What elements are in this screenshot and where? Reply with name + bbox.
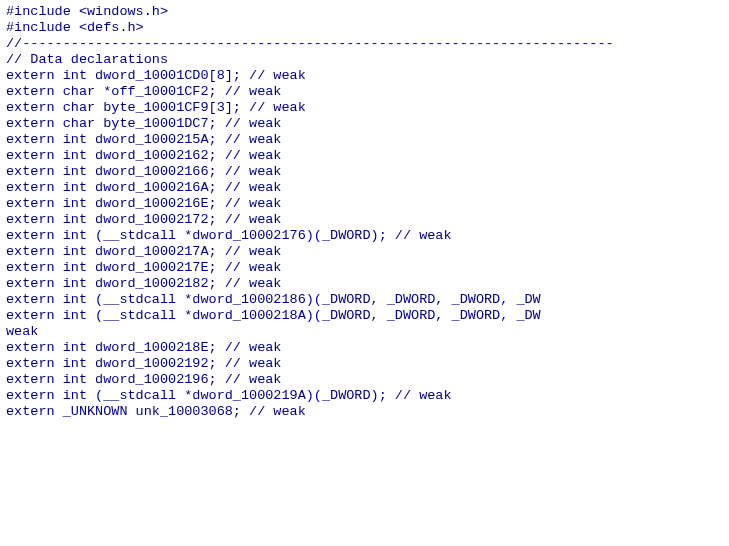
code-line: extern int (__stdcall *dword_1000219A)(_… — [6, 388, 723, 404]
code-line: extern _UNKNOWN unk_10003068; // weak — [6, 404, 723, 420]
code-line: extern int (__stdcall *dword_1000218A)(_… — [6, 308, 723, 324]
code-line: //--------------------------------------… — [6, 36, 723, 52]
code-line: extern int dword_1000215A; // weak — [6, 132, 723, 148]
code-line: extern int dword_10002166; // weak — [6, 164, 723, 180]
code-line: extern int dword_10002192; // weak — [6, 356, 723, 372]
code-line: extern int dword_10002162; // weak — [6, 148, 723, 164]
code-line: #include <windows.h> — [6, 4, 723, 20]
code-line: extern int (__stdcall *dword_10002176)(_… — [6, 228, 723, 244]
code-line: extern int dword_10002196; // weak — [6, 372, 723, 388]
source-code-block: #include <windows.h>#include <defs.h>//-… — [0, 0, 729, 424]
code-line: extern int dword_10002182; // weak — [6, 276, 723, 292]
code-line: extern char byte_10001CF9[3]; // weak — [6, 100, 723, 116]
code-line: extern int (__stdcall *dword_10002186)(_… — [6, 292, 723, 308]
code-line: extern int dword_1000216A; // weak — [6, 180, 723, 196]
code-line: extern int dword_1000218E; // weak — [6, 340, 723, 356]
code-line: // Data declarations — [6, 52, 723, 68]
code-line: extern char *off_10001CF2; // weak — [6, 84, 723, 100]
code-line: extern int dword_1000216E; // weak — [6, 196, 723, 212]
code-line: extern int dword_1000217A; // weak — [6, 244, 723, 260]
code-line: extern char byte_10001DC7; // weak — [6, 116, 723, 132]
code-line: extern int dword_10001CD0[8]; // weak — [6, 68, 723, 84]
code-line: extern int dword_10002172; // weak — [6, 212, 723, 228]
code-line: extern int dword_1000217E; // weak — [6, 260, 723, 276]
code-line: weak — [6, 324, 723, 340]
code-line: #include <defs.h> — [6, 20, 723, 36]
